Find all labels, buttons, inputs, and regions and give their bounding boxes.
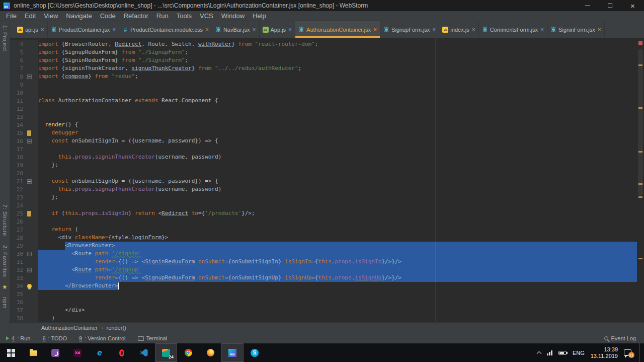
code-line[interactable]: import {SignupReduxForm} from "./SignupF… (38, 48, 637, 56)
fold-marker-icon[interactable] (27, 179, 32, 184)
battery-icon[interactable] (558, 351, 567, 355)
line-number[interactable]: 20 (10, 170, 23, 177)
line-number[interactable]: 38 (10, 315, 23, 322)
code-line[interactable] (38, 113, 637, 121)
network-icon[interactable] (547, 350, 552, 355)
menu-item-window[interactable]: Window (217, 12, 249, 20)
action-center-button[interactable]: 21 (624, 349, 631, 356)
status-item-todo[interactable]: 6: TODO (42, 335, 67, 341)
code-line[interactable]: return ( (38, 226, 637, 234)
line-number[interactable]: 27 (10, 227, 23, 233)
line-number[interactable]: 36 (10, 299, 23, 306)
line-number[interactable]: 24 (10, 202, 23, 209)
fold-marker-icon[interactable] (27, 252, 32, 256)
code-line[interactable]: </div> (38, 306, 637, 314)
line-number[interactable]: 8 (10, 74, 23, 80)
line-number[interactable]: 21 (10, 178, 23, 185)
close-tab-icon[interactable]: × (472, 27, 475, 33)
code-line[interactable]: const onSubmitSignIn = ({username, passw… (38, 137, 637, 145)
tray-expand-icon[interactable] (536, 351, 541, 356)
code-line[interactable] (38, 218, 637, 226)
opera-taskbar-button[interactable] (111, 343, 133, 362)
line-number[interactable]: 37 (10, 307, 23, 314)
breadcrumb-class[interactable]: AuthorizationContainer (41, 325, 98, 331)
tab-api-js[interactable]: api.js× (14, 21, 48, 38)
breadcrumb-method[interactable]: render() (107, 325, 126, 331)
code-line[interactable] (38, 105, 637, 113)
line-number[interactable]: 35 (10, 291, 23, 298)
line-number[interactable]: 29 (10, 243, 23, 249)
status-item-run[interactable]: 4: Run (6, 335, 30, 341)
line-number[interactable]: 23 (10, 194, 23, 201)
menu-item-view[interactable]: View (40, 12, 62, 20)
close-tab-icon[interactable]: × (540, 27, 544, 33)
line-number[interactable]: 30 (10, 251, 23, 257)
line-number[interactable]: 10 (10, 90, 23, 96)
code-line[interactable] (38, 145, 637, 153)
line-number[interactable]: 15 (10, 130, 23, 136)
line-number[interactable]: 12 (10, 106, 23, 112)
close-tab-icon[interactable]: × (598, 27, 601, 33)
code-line[interactable] (38, 201, 637, 209)
code-line[interactable] (38, 169, 637, 177)
menu-item-run[interactable]: Run (152, 12, 173, 20)
tab-commentsform-jsx[interactable]: CommentsForm.jsx× (479, 21, 547, 38)
firefox-taskbar-button[interactable] (199, 343, 221, 362)
code-line[interactable]: render() { (38, 121, 637, 129)
code-line[interactable]: import {BrowserRouter, Redirect, Route, … (38, 40, 637, 48)
tool-button-7-structure[interactable]: 7: Structure (2, 202, 8, 238)
line-number[interactable]: 17 (10, 146, 23, 153)
chrome-taskbar-button[interactable] (177, 343, 199, 362)
code-line[interactable]: render={() => <SigninReduxForm onSubmit=… (38, 258, 637, 266)
line-number[interactable]: 13 (10, 114, 23, 120)
tab-productcontainer-module-css[interactable]: ProductContainer.module.css× (119, 21, 212, 38)
menu-item-file[interactable]: File (2, 12, 21, 20)
tool-button-1-project[interactable]: 1: Project (2, 23, 8, 53)
menu-item-navigate[interactable]: Navigate (62, 12, 96, 20)
code-line[interactable]: </BrowserRouter> (38, 282, 637, 290)
code-line[interactable]: ) (38, 314, 637, 322)
vscode-taskbar-button[interactable] (133, 343, 155, 362)
code-line[interactable]: }; (38, 161, 637, 169)
line-number[interactable]: 4 (10, 41, 23, 48)
start-taskbar-button[interactable] (0, 343, 22, 362)
menu-item-edit[interactable]: Edit (21, 12, 40, 20)
code-line[interactable]: <Route path='/signup' (38, 266, 637, 274)
line-number[interactable]: 5 (10, 49, 23, 56)
menu-item-tools[interactable]: Tools (173, 12, 196, 20)
close-tab-icon[interactable]: × (253, 27, 256, 33)
menu-item-help[interactable]: Help (249, 12, 270, 20)
close-tab-icon[interactable]: × (373, 27, 377, 33)
code-line[interactable]: this.props.signinThunkCreator(username, … (38, 153, 637, 161)
menu-item-vcs[interactable]: VCS (196, 12, 217, 20)
line-number[interactable]: 14 (10, 122, 23, 128)
line-number[interactable]: 33 (10, 275, 23, 281)
viber-taskbar-button[interactable] (44, 343, 66, 362)
code-line[interactable]: import {signinThunkCreator, signupThunkC… (38, 64, 637, 73)
close-tab-icon[interactable]: × (41, 27, 44, 33)
code-line[interactable]: if (this.props.isSignIn) return <Redirec… (38, 209, 637, 218)
line-number[interactable]: 6 (10, 57, 23, 64)
tool-button-npm[interactable]: npm (2, 295, 8, 311)
minimize-button[interactable] (576, 0, 599, 11)
code-line[interactable] (38, 298, 637, 306)
tab-productcontainer-jsx[interactable]: ProductContainer.jsx× (48, 21, 120, 38)
close-tab-icon[interactable]: × (205, 27, 209, 33)
tab-signinform-jsx[interactable]: SigninForm.jsx× (547, 21, 605, 38)
code-line[interactable] (38, 81, 637, 89)
code-line[interactable]: <Route path='/signin' (38, 250, 637, 258)
fold-marker-icon[interactable] (27, 75, 32, 79)
status-item-terminal[interactable]: Terminal (138, 335, 168, 341)
scrollbar-thumb[interactable] (638, 49, 643, 195)
code-line[interactable] (38, 89, 637, 97)
clock[interactable]: 13:39 13.11.2019 (591, 346, 618, 359)
error-stripe[interactable] (637, 38, 644, 322)
tab-signupform-jsx[interactable]: SignupForm.jsx× (380, 21, 439, 38)
adobe-xd-taskbar-button[interactable] (66, 343, 89, 362)
close-button[interactable]: × (621, 0, 644, 11)
status-item-event-log[interactable]: Event Log (604, 335, 636, 341)
language-indicator[interactable]: ENG (573, 350, 585, 356)
close-tab-icon[interactable]: × (288, 27, 292, 33)
line-number[interactable]: 19 (10, 162, 23, 169)
menu-item-code[interactable]: Code (96, 12, 120, 20)
